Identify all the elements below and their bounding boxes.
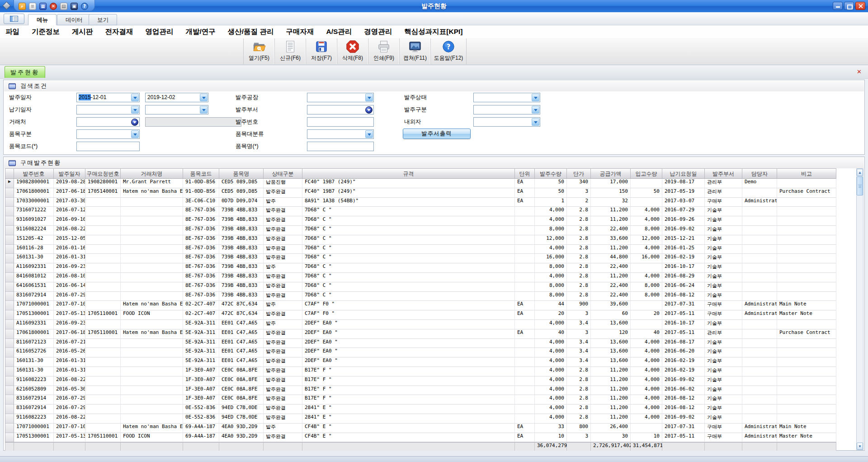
cell[interactable]: 2841" E " (302, 405, 515, 414)
cell[interactable]: 4,000 (535, 357, 567, 367)
scroll-down-icon[interactable]: ▼ (857, 443, 863, 450)
cell[interactable]: 2016-01-31 (54, 254, 85, 263)
cell[interactable]: 기술부 (705, 226, 742, 235)
menu-item[interactable]: 구매자재 (286, 27, 314, 37)
row-indicator[interactable] (5, 386, 14, 395)
cell[interactable]: 발주완결 (264, 216, 302, 226)
cell[interactable]: 120 (591, 329, 631, 339)
cell[interactable] (85, 245, 121, 254)
domestic-foreign-combo[interactable] (473, 117, 540, 127)
cell[interactable]: FC40" 19B7 (249)" (302, 188, 515, 198)
cell[interactable]: 발주 (264, 424, 302, 433)
cell[interactable]: 7D68" C " (302, 207, 515, 216)
cell[interactable]: 기술부 (705, 235, 742, 245)
cell[interactable]: 9316091027 (14, 216, 54, 226)
order-no-input[interactable] (307, 117, 374, 127)
help-button[interactable]: ? 도움말(F12) (431, 38, 466, 64)
cell[interactable] (777, 282, 836, 292)
cell[interactable] (777, 405, 836, 414)
cell[interactable] (777, 357, 836, 367)
cell[interactable]: 3.4 (567, 357, 591, 367)
cell[interactable]: 4,000 (631, 245, 662, 254)
cell[interactable]: 2017-05-11 (662, 329, 705, 339)
cell[interactable]: 22,400 (591, 292, 631, 301)
cell[interactable]: Purchase Contract (777, 329, 836, 339)
cell[interactable]: 900 (567, 301, 591, 310)
cell[interactable]: EA (515, 433, 535, 443)
row-indicator[interactable] (5, 433, 14, 443)
item-code-input[interactable] (76, 142, 140, 151)
cell[interactable]: 8,000 (631, 226, 662, 235)
table-row[interactable]: 160131-302016-01-311F-3E0-A07CE0C 08A,8F… (5, 367, 836, 376)
cell[interactable]: B17E" F " (302, 386, 515, 395)
cell[interactable]: 2019-08-17 (662, 179, 705, 188)
cell[interactable] (85, 263, 121, 273)
cell[interactable]: 1705140001 (85, 188, 121, 198)
cell[interactable]: 4,000 (535, 367, 567, 376)
cell[interactable]: 2.8 (567, 282, 591, 292)
cell[interactable]: 4,000 (631, 357, 662, 367)
cell[interactable] (85, 273, 121, 282)
cell[interactable]: 8A91" 1A38 (54BB)" (302, 198, 515, 207)
cell[interactable] (777, 216, 836, 226)
cell[interactable]: EE01 C47,A65 (219, 339, 264, 348)
cell[interactable]: 기술부 (705, 376, 742, 386)
chevron-down-icon[interactable] (200, 106, 208, 114)
menu-item[interactable]: 기준정보 (32, 27, 60, 37)
cell[interactable] (515, 216, 535, 226)
cell[interactable]: 8116072123 (14, 339, 54, 348)
cell[interactable]: 2017-06-18 (54, 188, 85, 198)
cell[interactable]: 2017-07-10 (54, 424, 85, 433)
cell[interactable]: 2017-05-13 (54, 310, 85, 320)
cell[interactable]: EA (515, 310, 535, 320)
column-header[interactable]: 품목명 (219, 168, 264, 179)
cell[interactable]: EA (515, 198, 535, 207)
cell[interactable]: 160131-30 (14, 254, 54, 263)
cell[interactable] (742, 357, 777, 367)
cell[interactable]: 02-2C7-407 (183, 301, 219, 310)
cell[interactable]: 4,000 (535, 386, 567, 395)
cell[interactable]: 기술부 (705, 348, 742, 357)
cell[interactable]: 13,600 (591, 348, 631, 357)
chevron-down-icon[interactable] (365, 130, 373, 138)
cell[interactable]: 2.8 (567, 367, 591, 376)
cell[interactable] (85, 216, 121, 226)
cell[interactable] (85, 198, 121, 207)
menu-item[interactable]: A/S관리 (326, 27, 352, 37)
cell[interactable]: 2016-09-26 (662, 216, 705, 226)
cell[interactable]: 9116082224 (14, 226, 54, 235)
cell[interactable] (515, 282, 535, 292)
cell[interactable]: EE01 C47,A65 (219, 348, 264, 357)
cell[interactable]: 472C 87C,634 (219, 310, 264, 320)
cell[interactable]: 2DEF" EA0 " (302, 320, 515, 329)
cell[interactable]: 11,200 (591, 245, 631, 254)
cell[interactable] (85, 395, 121, 405)
cell[interactable]: 2016-01-25 (662, 245, 705, 254)
cell[interactable] (85, 226, 121, 235)
cell[interactable]: 8E-767-D36 (183, 273, 219, 282)
cell[interactable]: 739B 4BB,833 (219, 292, 264, 301)
cell[interactable] (742, 395, 777, 405)
cell[interactable]: 160116-28 (14, 245, 54, 254)
table-row[interactable]: 170618000012017-06-181705110001Hatem no'… (5, 329, 836, 339)
cell[interactable] (515, 254, 535, 263)
chevron-down-icon[interactable] (532, 106, 539, 114)
cell[interactable] (777, 198, 836, 207)
column-header[interactable]: 상태구분 (264, 168, 302, 179)
cell[interactable]: FOOD ICON (121, 310, 183, 320)
table-row[interactable]: 160131-302016-01-315E-92A-311EE01 C47,A6… (5, 357, 836, 367)
cell[interactable]: CE0C 08A,8FE (219, 376, 264, 386)
table-row[interactable]: 151205-422015-12-058E-767-D36739B 4BB,83… (5, 235, 836, 245)
menu-item[interactable]: 생산/품질 관리 (228, 27, 274, 37)
cell[interactable]: 19082800001 (14, 179, 54, 188)
cell[interactable]: 2015-12-05 (54, 235, 85, 245)
cell[interactable]: B17E" F " (302, 395, 515, 405)
cell[interactable]: 17061800001 (14, 188, 54, 198)
cell[interactable]: 기술부 (705, 405, 742, 414)
cell[interactable]: 3 (567, 310, 591, 320)
cell[interactable] (515, 367, 535, 376)
cell[interactable] (631, 263, 662, 273)
cell[interactable] (121, 245, 183, 254)
cell[interactable]: 8,000 (631, 282, 662, 292)
cell[interactable]: 8E-767-D36 (183, 207, 219, 216)
